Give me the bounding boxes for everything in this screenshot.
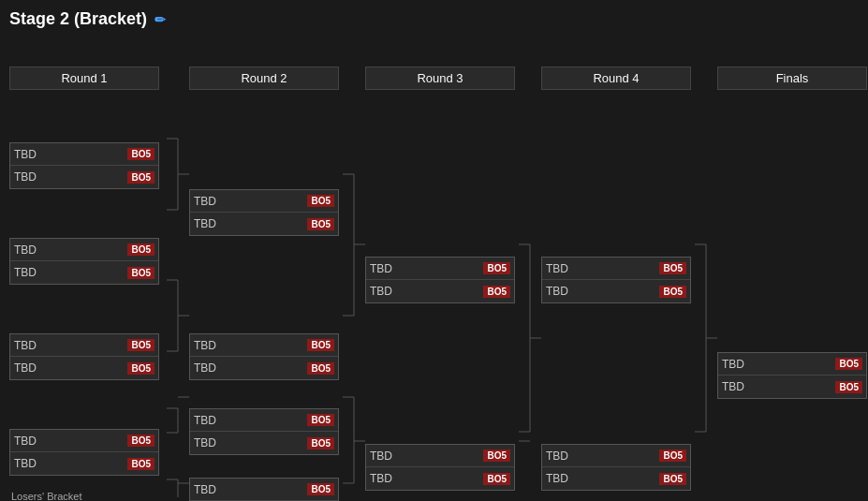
r1-m1-row1: TBD BO5	[10, 143, 158, 166]
r1-match4: TBD BO5 TBD BO5	[9, 429, 159, 476]
r2-match2: TBD BO5 TBD BO5	[189, 333, 339, 380]
finals-header: Finals	[717, 66, 867, 90]
round1-header: Round 1	[9, 66, 159, 90]
r2-losers-match2: TBD BO5 TBD BO5	[189, 478, 339, 501]
r2-match1: TBD BO5 TBD BO5	[189, 189, 339, 236]
round3-header: Round 3	[365, 66, 515, 90]
round2-header: Round 2	[189, 66, 339, 90]
r1-m4-row1: TBD BO5	[10, 430, 158, 452]
r3-match1: TBD BO5 TBD BO5	[365, 257, 515, 303]
r4-match1: TBD BO5 TBD BO5	[541, 257, 691, 303]
edit-icon[interactable]: ✏	[154, 12, 166, 27]
r4-losers-match1: TBD BO5 TBD BO5	[541, 444, 691, 491]
page-title: Stage 2 (Bracket) ✏	[9, 9, 859, 29]
r2-losers-match1: TBD BO5 TBD BO5	[189, 408, 339, 455]
r1-m3-row1: TBD BO5	[10, 334, 158, 357]
r1-m2-row2: TBD BO5	[10, 261, 158, 284]
r3-losers-match1: TBD BO5 TBD BO5	[365, 444, 515, 491]
r1-match1: TBD BO5 TBD BO5	[9, 142, 159, 189]
r1-m3-row2: TBD BO5	[10, 357, 158, 379]
r1-m1-row2: TBD BO5	[10, 166, 158, 188]
round4-header: Round 4	[541, 66, 691, 90]
r1-m2-row1: TBD BO5	[10, 239, 158, 261]
r1-m4-row2: TBD BO5	[10, 452, 158, 475]
losers-bracket-label: Losers' Bracket	[9, 491, 159, 501]
finals-match: TBD BO5 TBD BO5	[717, 352, 867, 399]
r1-match3: TBD BO5 TBD BO5	[9, 333, 159, 380]
r1-match2: TBD BO5 TBD BO5	[9, 238, 159, 285]
